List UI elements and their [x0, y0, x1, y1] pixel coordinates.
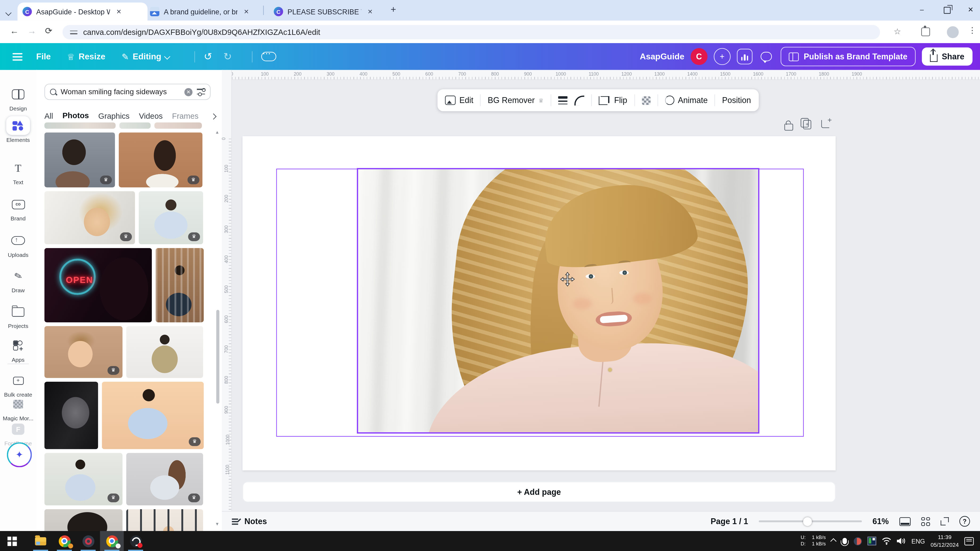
add-page-icon[interactable] [821, 120, 829, 128]
clear-search-icon[interactable]: ✕ [184, 88, 192, 96]
add-member-button[interactable]: + [714, 48, 730, 65]
comments-button[interactable] [759, 49, 775, 64]
zoom-level[interactable]: 61% [872, 517, 889, 526]
language-indicator[interactable]: ENG [911, 538, 925, 545]
photo-thumbnail[interactable]: ♛ [45, 191, 135, 244]
canva-assistant-button[interactable]: ✦ [7, 442, 32, 467]
window-restore-button[interactable] [944, 7, 951, 14]
flip-button[interactable]: Flip [614, 95, 627, 105]
sidebar-item-magic-morph[interactable]: Magic Mor... [0, 395, 36, 422]
notification-center-icon[interactable] [964, 537, 974, 545]
presentation-view-icon[interactable] [899, 517, 910, 526]
site-settings-icon[interactable] [70, 29, 78, 35]
zoom-slider[interactable] [759, 520, 862, 522]
edit-photo-button[interactable]: Edit [445, 95, 474, 105]
redo-icon[interactable]: ↻ [223, 51, 232, 62]
photo-thumbnail[interactable] [126, 509, 203, 531]
duplicate-page-icon[interactable]: + [803, 120, 811, 129]
photo-thumbnail[interactable]: ♛ [139, 191, 203, 244]
sidebar-item-apps[interactable]: Apps [0, 336, 36, 363]
tab-search-chevron-icon[interactable] [6, 6, 10, 17]
filter-sliders-icon[interactable] [197, 88, 205, 95]
scroll-down-icon[interactable]: ▼ [215, 522, 219, 526]
taskbar-recorder-app[interactable] [76, 531, 100, 551]
cloud-save-icon[interactable] [261, 52, 276, 61]
share-button[interactable]: Share [922, 48, 972, 65]
publish-brand-template-button[interactable]: Publish as Brand Template [781, 47, 916, 66]
microphone-icon[interactable] [843, 538, 847, 544]
stroke-weight-button[interactable] [558, 96, 567, 104]
clock[interactable]: 11:3905/12/2024 [931, 534, 959, 549]
resize-button[interactable]: ♕Resize [67, 52, 105, 62]
lock-icon[interactable] [784, 124, 793, 131]
file-menu-button[interactable]: File [36, 52, 51, 61]
sidebar-item-draw[interactable]: ✎ Draw [0, 267, 36, 294]
photo-thumbnail[interactable]: OPEN [45, 248, 152, 322]
browser-tab-1[interactable]: C AsapGuide - Desktop Wallpape ✕ [18, 2, 148, 21]
taskbar-chrome-1[interactable] [52, 531, 76, 551]
sidebar-item-uploads[interactable]: Uploads [0, 231, 36, 258]
address-bar[interactable]: canva.com/design/DAGXFBBoiYg/0U8xD9Q6AHZ… [62, 25, 880, 40]
menu-hamburger-icon[interactable] [13, 53, 22, 60]
speaker-icon[interactable] [897, 537, 906, 545]
photo-thumbnail[interactable]: ♛ [126, 453, 203, 505]
browser-menu-icon[interactable]: ⋮ [968, 25, 976, 35]
sidebar-item-bulk-create[interactable]: + Bulk create [0, 371, 36, 398]
fullscreen-icon[interactable] [940, 517, 949, 526]
browser-tab-2[interactable]: A brand guideline, or brand sty ✕ [145, 2, 267, 21]
browser-tab-3[interactable]: C PLEASE SUBSCRIBE TO THIS CH ✕ [269, 2, 393, 21]
animate-button[interactable]: Animate [665, 95, 708, 105]
editing-mode-button[interactable]: ✎Editing [122, 52, 170, 62]
crop-button[interactable] [598, 96, 607, 105]
zoom-slider-thumb[interactable] [803, 517, 812, 526]
bg-remover-button[interactable]: BG Remover♕ [488, 95, 544, 105]
add-page-button[interactable]: + Add page [243, 481, 836, 502]
scroll-up-icon[interactable]: ▲ [215, 130, 219, 134]
photo-thumbnail[interactable] [45, 509, 123, 531]
tray-app-icon[interactable] [854, 537, 862, 545]
photo-thumbnail[interactable]: ♛ [45, 326, 123, 378]
notes-button[interactable]: Notes [232, 517, 267, 526]
photo-thumbnail[interactable]: ♛ [102, 382, 204, 449]
help-icon[interactable]: ? [959, 516, 970, 527]
photo-thumbnail[interactable] [154, 122, 202, 129]
photo-thumbnail[interactable] [126, 326, 203, 378]
photo-thumbnail[interactable]: ♛ [45, 453, 123, 505]
transparency-button[interactable] [641, 96, 650, 105]
taskbar-chrome-2-active[interactable] [100, 531, 124, 551]
window-minimize-button[interactable]: – [918, 5, 926, 14]
sidebar-item-elements[interactable]: Elements [0, 116, 36, 143]
search-box[interactable]: ✕ [45, 84, 211, 100]
sidebar-item-projects[interactable]: Projects [0, 302, 36, 329]
extensions-icon[interactable] [921, 27, 930, 36]
bookmark-star-icon[interactable]: ☆ [894, 27, 901, 36]
photo-thumbnail[interactable]: ♛ [45, 133, 115, 187]
new-tab-button[interactable]: + [391, 4, 396, 14]
forward-icon[interactable]: → [27, 25, 36, 36]
scrollbar-thumb[interactable] [216, 310, 220, 403]
selected-photo-element[interactable] [357, 168, 759, 433]
insights-chart-icon[interactable] [737, 49, 752, 64]
tabs-more-chevron-icon[interactable] [210, 113, 216, 119]
browser-profile-avatar[interactable] [947, 26, 959, 38]
grid-view-icon[interactable] [921, 517, 930, 526]
gpu-tray-icon[interactable] [868, 537, 877, 545]
taskbar-file-explorer[interactable] [29, 531, 52, 551]
tab-close-icon[interactable]: ✕ [366, 8, 375, 16]
photo-thumbnail[interactable] [156, 248, 204, 322]
panel-scrollbar[interactable] [216, 135, 220, 515]
window-close-button[interactable]: ✕ [966, 5, 975, 14]
reload-icon[interactable]: ⟳ [45, 25, 52, 36]
position-button[interactable]: Position [722, 95, 751, 105]
photo-thumbnail[interactable]: ♛ [119, 133, 202, 187]
sidebar-item-design[interactable]: Design [0, 85, 36, 112]
tray-expand-chevron-icon[interactable] [830, 538, 837, 544]
photo-thumbnail[interactable] [119, 122, 151, 129]
account-avatar[interactable]: C [690, 48, 707, 65]
tab-close-icon[interactable]: ✕ [242, 8, 251, 16]
photo-thumbnail[interactable] [45, 122, 116, 129]
tab-close-icon[interactable]: ✕ [114, 8, 123, 16]
search-input[interactable] [61, 87, 180, 96]
undo-icon[interactable]: ↺ [204, 51, 212, 62]
taskbar-obs[interactable] [124, 531, 148, 551]
